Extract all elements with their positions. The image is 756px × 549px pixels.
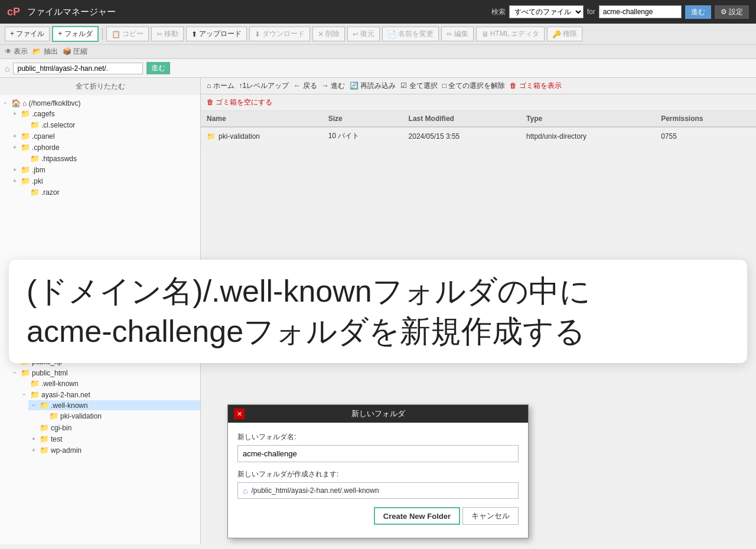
dialog-body: 新しいフォルダ名: 新しいフォルダが作成されます: ⌂ /public_html… [228,423,528,538]
list-item[interactable]: 📁pki-validation [38,410,200,421]
path-input[interactable] [13,63,143,74]
cancel-button[interactable]: キャンセル [462,507,519,525]
list-item[interactable]: 📁.cl.selector [9,119,200,130]
list-item[interactable]: 📁.razor [9,187,200,198]
select-all-button[interactable]: ☑ 全て選択 [400,81,437,91]
list-item[interactable]: +📁wp-admin [28,445,200,456]
cell-type: httpd/unix-directory [520,127,655,145]
cell-permissions: 0755 [655,127,756,145]
dialog-title: 新しいフォルダ [351,409,405,419]
list-item[interactable]: −📁.well-known 📁pki-validation [28,400,200,422]
reload-nav-button[interactable]: 🔄 再読み込み [350,81,396,91]
list-item[interactable]: +📁.pki [9,175,200,187]
delete-button[interactable]: ✕ 削除 [312,27,345,41]
toolbar: + ファイル + フォルダ 📋 コピー ✂ 移動 ⬆ アップロード ⬇ ダウンロ… [0,24,756,45]
root-folder-icon: 🏠 [11,99,21,107]
list-item[interactable]: −📁ayasi-2-han.net −📁.well-known 📁pki-val… [19,389,200,456]
search-label: 検索 [491,7,506,17]
list-item[interactable]: +📁.jbm [9,164,200,175]
root-expand-icon: − [4,100,9,106]
col-permissions: Permissions [655,111,756,127]
path-bar: ⌂ 進む [0,59,756,78]
col-name: Name [201,111,322,127]
search-input[interactable] [599,5,682,18]
restore-button[interactable]: ↩ 復元 [347,27,380,41]
root-label: ⌂ (/home/fkoklbvc) [22,99,81,107]
edit-button[interactable]: ✏ 編集 [441,27,474,41]
for-label: for [587,8,595,16]
separator [102,28,103,40]
rename-button[interactable]: 📄 名前を変更 [382,27,439,41]
annotation-box: (ドメイン名)/.well-knownフォルダの中にacme-challenge… [9,260,747,363]
search-type-select[interactable]: すべてのファイル [509,5,584,18]
show-trash-button[interactable]: 🗑 ゴミ箱を表示 [510,81,561,91]
cell-modified: 2024/05/15 3:55 [403,127,521,145]
upload-button[interactable]: ⬆ アップロード [186,27,247,41]
dialog-footer: Create New Folder キャンセル [237,507,519,528]
collapse-all-button[interactable]: 全て折りたたむ [0,78,200,95]
col-modified: Last Modified [403,111,521,127]
new-folder-dialog: ✕ 新しいフォルダ 新しいフォルダ名: 新しいフォルダが作成されます: ⌂ /p… [227,404,529,538]
dialog-title-bar: ✕ 新しいフォルダ [228,405,528,423]
home-icon: ⌂ [5,64,9,73]
home-nav-button[interactable]: ⌂ ホーム [207,81,234,91]
table-row[interactable]: 📁pki-validation 10 バイト 2024/05/15 3:55 h… [201,127,756,145]
forward-nav-button[interactable]: → 進む [322,81,345,91]
header-search: 検索 すべてのファイル for 進む ⚙ 設定 [491,5,749,19]
compress-button[interactable]: 📦 圧縮 [63,47,87,57]
search-go-button[interactable]: 進む [685,5,711,19]
file-navigation: ⌂ ホーム ↑1レベルアップ ← 戻る → 進む 🔄 再読み込み ☑ 全て選択 … [201,78,756,94]
list-item[interactable]: 📁.well-known [19,378,200,389]
col-type: Type [520,111,655,127]
sub-toolbar: 👁 表示 📂 抽出 📦 圧縮 [0,45,756,59]
html-editor-button[interactable]: 🖥 HTML エディタ [476,27,545,41]
download-button[interactable]: ⬇ ダウンロード [249,27,310,41]
cell-name: 📁pki-validation [201,127,322,145]
new-file-button[interactable]: + ファイル [5,27,50,41]
list-item[interactable]: 📁cgi-bin [28,422,200,433]
create-new-folder-button[interactable]: Create New Folder [374,507,460,525]
cpanel-logo: cP [7,6,20,18]
path-go-button[interactable]: 進む [146,62,170,74]
copy-button[interactable]: 📋 コピー [106,27,149,41]
deselect-all-button[interactable]: □ 全ての選択を解除 [442,81,506,91]
settings-button[interactable]: ⚙ 設定 [715,5,749,19]
list-item[interactable]: +📁.cpanel [9,130,200,142]
annotation-text: (ドメイン名)/.well-knownフォルダの中にacme-challenge… [27,272,729,351]
permissions-button[interactable]: 🔑 権限 [547,27,582,41]
folder-name-label: 新しいフォルダ名: [237,432,519,442]
folder-name-input[interactable] [237,445,519,462]
move-button[interactable]: ✂ 移動 [151,27,184,41]
new-folder-button[interactable]: + フォルダ [52,26,98,42]
list-item[interactable]: +📁.cphorde [9,142,200,153]
list-item[interactable]: 📁.htpasswds [9,153,200,164]
dialog-path-row: ⌂ /public_html/ayasi-2-han.net/.well-kno… [237,482,519,499]
dialog-path-icon: ⌂ [243,486,247,495]
header: cP ファイルマネージャー 検索 すべてのファイル for 進む ⚙ 設定 [0,0,756,24]
list-item[interactable]: +📁.cagefs [9,108,200,119]
col-size: Size [322,111,403,127]
extract-button[interactable]: 📂 抽出 [32,47,57,57]
view-button[interactable]: 👁 表示 [5,47,28,57]
back-nav-button[interactable]: ← 戻る [294,81,317,91]
app-title: ファイルマネージャー [27,6,116,18]
empty-trash-button[interactable]: 🗑 ゴミ箱を空にする [207,97,272,107]
dialog-path-value: /public_html/ayasi-2-han.net/.well-known [251,486,379,495]
up-nav-button[interactable]: ↑1レベルアップ [239,81,289,91]
cell-size: 10 バイト [322,127,403,145]
dialog-close-button[interactable]: ✕ [234,409,245,419]
list-item[interactable]: −📁public_html 📁.well-known −📁ayasi-2-han… [9,367,200,457]
list-item[interactable]: +📁test [28,433,200,445]
path-label: 新しいフォルダが作成されます: [237,469,519,479]
